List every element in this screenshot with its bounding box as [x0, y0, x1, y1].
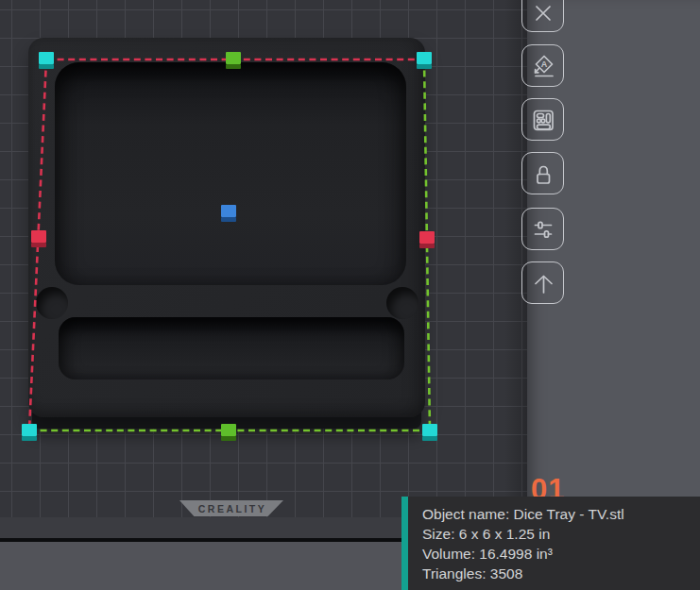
object-info-tooltip: Object name: Dice Tray - TV.stl Size: 6 … — [401, 497, 700, 590]
clone-layout-button[interactable] — [521, 98, 564, 141]
clone-layout-icon — [529, 106, 557, 134]
object-size-line: Size: 6 x 6 x 1.25 in — [422, 524, 700, 544]
plate-brand-tab: CREALITY — [179, 500, 283, 516]
plate-brand-label: CREALITY — [198, 503, 267, 514]
svg-text:A: A — [540, 59, 547, 69]
model-upper-recess — [55, 62, 406, 285]
model-right-notch — [386, 287, 418, 319]
adjust-icon — [529, 215, 557, 244]
object-name-line: Object name: Dice Tray - TV.stl — [422, 504, 700, 524]
model-left-notch — [36, 287, 68, 319]
auto-arrange-icon: A — [529, 52, 557, 80]
auto-arrange-button[interactable]: A — [521, 44, 564, 87]
close-icon — [529, 0, 557, 25]
model-lower-channel — [59, 317, 404, 379]
import-icon — [529, 269, 557, 297]
object-volume-line: Volume: 16.4998 in³ — [422, 544, 700, 564]
adjust-button[interactable] — [521, 208, 564, 250]
lock-icon — [529, 160, 557, 188]
import-button[interactable] — [521, 261, 564, 304]
close-selection-button[interactable] — [521, 0, 564, 32]
slicer-window: CREALITY — [0, 0, 700, 590]
object-triangles-line: Triangles: 3508 — [422, 564, 700, 583]
lock-button[interactable] — [521, 152, 564, 194]
